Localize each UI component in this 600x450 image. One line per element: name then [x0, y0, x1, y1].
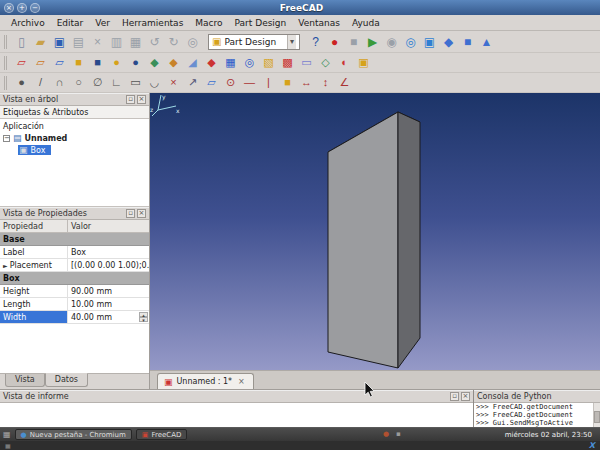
document-tab-unnamed[interactable]: ▣ Unnamed : 1* ×	[157, 373, 254, 389]
tree-item-unnamed[interactable]: − ▤ Unnamed	[0, 132, 149, 144]
zoom-box-icon[interactable]: ▣	[420, 33, 439, 51]
chamfer-icon[interactable]: ◆	[164, 54, 183, 72]
coincident-constraint-icon[interactable]: ⊙	[221, 74, 240, 92]
sketch-point-icon[interactable]: ●	[12, 74, 31, 92]
tree-column-header[interactable]: Etiquetas & Atributos	[0, 106, 149, 119]
map-sketch-icon[interactable]: ▱	[50, 54, 69, 72]
scaled-icon[interactable]: ▧	[259, 54, 278, 72]
menu-ayuda[interactable]: Ayuda	[346, 17, 386, 29]
linear-pattern-icon[interactable]: ▦	[221, 54, 240, 72]
groove-icon[interactable]: ●	[126, 54, 145, 72]
menu-macro[interactable]: Macro	[189, 17, 228, 29]
zoom-fit-icon[interactable]: ◎	[401, 33, 420, 51]
sketch-fillet-icon[interactable]: ◡	[145, 74, 164, 92]
property-row-length[interactable]: Length 10.00 mm	[0, 298, 149, 311]
spin-down-icon[interactable]: ▾	[139, 317, 148, 322]
menu-part-design[interactable]: Part Design	[229, 17, 293, 29]
report-view-content[interactable]	[0, 403, 473, 427]
float-panel-icon[interactable]: ▫	[450, 392, 459, 401]
pocket-icon[interactable]: ■	[88, 54, 107, 72]
save-icon[interactable]: ▣	[50, 33, 69, 51]
trim-icon[interactable]: ×	[164, 74, 183, 92]
property-group-base[interactable]: Base	[0, 233, 149, 246]
menu-ver[interactable]: Ver	[89, 17, 116, 29]
minimize-window-icon[interactable]: −	[30, 3, 40, 13]
macro-record-icon[interactable]: ●	[325, 33, 344, 51]
distance-horizontal-icon[interactable]: ↔	[297, 74, 316, 92]
open-folder-icon[interactable]: ▰	[31, 33, 50, 51]
close-tab-icon[interactable]: ×	[236, 376, 247, 387]
redo-icon[interactable]: ↻	[164, 33, 183, 51]
panel-applet-icon[interactable]: ▦	[5, 442, 11, 449]
box-face-side[interactable]	[398, 112, 420, 368]
workbench-selector[interactable]: ▣ Part Design ▾	[208, 34, 300, 50]
property-value[interactable]: 10.00 mm	[68, 298, 149, 310]
3d-viewport[interactable]: x y z	[150, 93, 600, 370]
external-geometry-icon[interactable]: ↗	[183, 74, 202, 92]
macro-debug-icon[interactable]: ◉	[382, 33, 401, 51]
boolean-icon[interactable]: ◐	[335, 54, 354, 72]
console-scrollbar[interactable]	[593, 403, 600, 427]
mirrored-icon[interactable]: ◆	[202, 54, 221, 72]
view-front-icon[interactable]: ■	[458, 33, 477, 51]
close-panel-icon[interactable]: ×	[137, 95, 146, 104]
copy-icon[interactable]: ▥	[107, 33, 126, 51]
collapse-icon[interactable]: −	[3, 135, 10, 142]
selected-tree-item[interactable]: ▣ Box	[18, 145, 51, 155]
taskbar-button-chromium[interactable]: ● Nueva pestaña - Chromium	[15, 429, 132, 440]
new-document-icon[interactable]: ▯	[12, 33, 31, 51]
sketch-line-icon[interactable]: /	[31, 74, 50, 92]
print-icon[interactable]: ▤	[69, 33, 88, 51]
undo-icon[interactable]: ↺	[145, 33, 164, 51]
property-value[interactable]: [(0.00 0.00 1.00);0.0	[68, 259, 149, 271]
menu-herramientas[interactable]: Herramientas	[116, 17, 189, 29]
property-row-placement[interactable]: ► Placement [(0.00 0.00 1.00);0.0	[0, 259, 149, 272]
property-value[interactable]: 90.00 mm	[68, 285, 149, 297]
cut-icon[interactable]: ×	[88, 33, 107, 51]
revolution-icon[interactable]: ●	[107, 54, 126, 72]
sketch-polyline-icon[interactable]: ∟	[107, 74, 126, 92]
tab-datos[interactable]: Datos	[45, 373, 88, 387]
sketch-arc-icon[interactable]: ∩	[50, 74, 69, 92]
property-row-width[interactable]: Width 40.00 mm ▴ ▾	[0, 311, 149, 324]
paste-icon[interactable]: ▦	[126, 33, 145, 51]
view-top-icon[interactable]: ▲	[477, 33, 496, 51]
angle-constraint-icon[interactable]: ∠	[335, 74, 354, 92]
python-console-content[interactable]: >>> FreeCAD.getDocument >>> FreeCAD.getD…	[474, 403, 600, 427]
construction-mode-icon[interactable]: ▱	[202, 74, 221, 92]
sketch-rectangle-icon[interactable]: ▭	[126, 74, 145, 92]
shapebinder-icon[interactable]: ◇	[316, 54, 335, 72]
migrate-icon[interactable]: ▣	[354, 54, 373, 72]
menu-ventanas[interactable]: Ventanas	[292, 17, 346, 29]
tray-icon-2[interactable]: ▪	[396, 430, 401, 438]
property-row-label[interactable]: Label Box	[0, 246, 149, 259]
fillet-icon[interactable]: ◆	[145, 54, 164, 72]
tab-vista[interactable]: Vista	[5, 374, 45, 387]
float-panel-icon[interactable]: ▫	[126, 209, 135, 218]
menu-editar[interactable]: Editar	[51, 17, 90, 29]
sketch-circle-icon[interactable]: ○	[69, 74, 88, 92]
maximize-window-icon[interactable]: +	[17, 3, 27, 13]
close-window-icon[interactable]: ×	[4, 3, 14, 13]
datum-plane-icon[interactable]: ▭	[297, 54, 316, 72]
property-value[interactable]: Box	[68, 246, 149, 258]
tray-icon-1[interactable]: ●	[383, 430, 389, 438]
macro-stop-icon[interactable]: ■	[344, 33, 363, 51]
draft-icon[interactable]: ◢	[183, 54, 202, 72]
property-group-box[interactable]: Box	[0, 272, 149, 285]
pad-icon[interactable]: ■	[69, 54, 88, 72]
toolbar-grip[interactable]	[4, 76, 8, 90]
toolbar-grip[interactable]	[4, 56, 8, 70]
close-panel-icon[interactable]: ×	[137, 209, 146, 218]
view-axonometric-icon[interactable]: ◆	[439, 33, 458, 51]
expand-icon[interactable]: ►	[3, 262, 8, 269]
property-value-editor[interactable]: 40.00 mm ▴ ▾	[68, 311, 149, 323]
close-panel-icon[interactable]: ×	[461, 392, 470, 401]
edit-sketch-icon[interactable]: ▱	[31, 54, 50, 72]
macro-play-icon[interactable]: ▶	[363, 33, 382, 51]
vertical-constraint-icon[interactable]: |	[259, 74, 278, 92]
launcher-icon[interactable]: ▦	[3, 430, 11, 439]
scrollbar-thumb[interactable]	[594, 411, 600, 423]
tree-root-application[interactable]: Aplicación	[0, 120, 149, 132]
lock-constraint-icon[interactable]: ■	[278, 74, 297, 92]
